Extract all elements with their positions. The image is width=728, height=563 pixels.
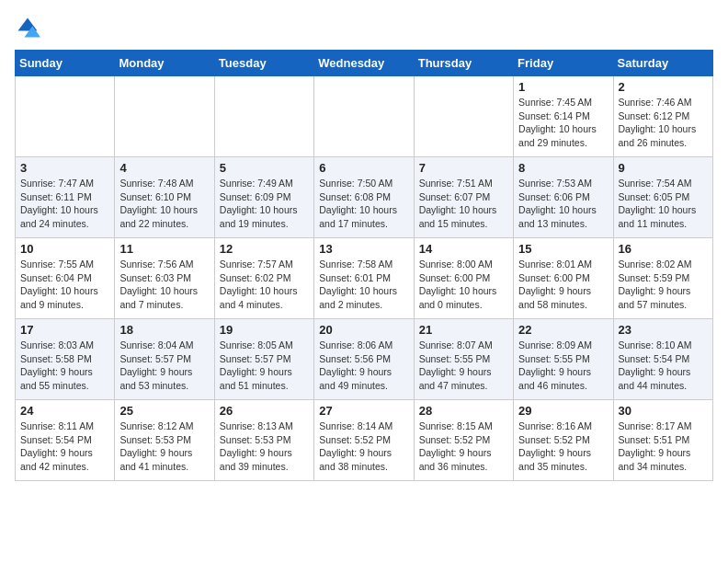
day-info: Sunrise: 8:02 AM Sunset: 5:59 PM Dayligh… — [619, 258, 708, 312]
calendar-cell: 26Sunrise: 8:13 AM Sunset: 5:53 PM Dayli… — [214, 400, 313, 481]
calendar-cell: 13Sunrise: 7:58 AM Sunset: 6:01 PM Dayli… — [314, 238, 414, 319]
header-day-wednesday: Wednesday — [314, 51, 414, 76]
calendar-cell: 5Sunrise: 7:49 AM Sunset: 6:09 PM Daylig… — [214, 157, 313, 238]
calendar-cell: 1Sunrise: 7:45 AM Sunset: 6:14 PM Daylig… — [514, 76, 613, 157]
day-number: 1 — [518, 80, 608, 94]
week-row-3: 10Sunrise: 7:55 AM Sunset: 6:04 PM Dayli… — [16, 238, 713, 319]
day-info: Sunrise: 8:15 AM Sunset: 5:52 PM Dayligh… — [419, 419, 508, 474]
day-info: Sunrise: 8:09 AM Sunset: 5:55 PM Dayligh… — [518, 339, 608, 393]
week-row-2: 3Sunrise: 7:47 AM Sunset: 6:11 PM Daylig… — [16, 157, 713, 238]
day-number: 27 — [319, 404, 408, 418]
day-info: Sunrise: 8:17 AM Sunset: 5:51 PM Dayligh… — [619, 419, 708, 474]
day-info: Sunrise: 7:48 AM Sunset: 6:10 PM Dayligh… — [119, 177, 209, 231]
day-info: Sunrise: 8:00 AM Sunset: 6:00 PM Dayligh… — [419, 258, 508, 312]
header-day-tuesday: Tuesday — [214, 51, 313, 76]
day-number: 22 — [518, 323, 608, 337]
day-info: Sunrise: 8:10 AM Sunset: 5:54 PM Dayligh… — [619, 339, 708, 393]
calendar-cell: 19Sunrise: 8:05 AM Sunset: 5:57 PM Dayli… — [214, 319, 313, 400]
day-info: Sunrise: 8:14 AM Sunset: 5:52 PM Dayligh… — [319, 419, 408, 474]
day-number: 10 — [20, 242, 109, 256]
week-row-1: 1Sunrise: 7:45 AM Sunset: 6:14 PM Daylig… — [16, 76, 713, 157]
week-row-5: 24Sunrise: 8:11 AM Sunset: 5:54 PM Dayli… — [16, 400, 713, 481]
day-info: Sunrise: 8:04 AM Sunset: 5:57 PM Dayligh… — [119, 339, 209, 393]
day-number: 28 — [419, 404, 508, 418]
calendar-cell: 7Sunrise: 7:51 AM Sunset: 6:07 PM Daylig… — [414, 157, 513, 238]
calendar-cell: 29Sunrise: 8:16 AM Sunset: 5:52 PM Dayli… — [514, 400, 613, 481]
calendar-cell: 22Sunrise: 8:09 AM Sunset: 5:55 PM Dayli… — [514, 319, 613, 400]
day-number: 7 — [419, 161, 508, 175]
calendar-cell: 17Sunrise: 8:03 AM Sunset: 5:58 PM Dayli… — [16, 319, 115, 400]
day-number: 3 — [20, 161, 109, 175]
day-number: 15 — [518, 242, 608, 256]
calendar-cell — [115, 76, 214, 157]
day-number: 20 — [319, 323, 408, 337]
day-number: 6 — [319, 161, 408, 175]
day-number: 8 — [518, 161, 608, 175]
day-number: 14 — [419, 242, 508, 256]
day-info: Sunrise: 7:53 AM Sunset: 6:06 PM Dayligh… — [518, 177, 608, 231]
day-number: 30 — [619, 404, 708, 418]
day-info: Sunrise: 7:50 AM Sunset: 6:08 PM Dayligh… — [319, 177, 408, 231]
calendar-cell: 24Sunrise: 8:11 AM Sunset: 5:54 PM Dayli… — [16, 400, 115, 481]
calendar-cell: 12Sunrise: 7:57 AM Sunset: 6:02 PM Dayli… — [214, 238, 313, 319]
calendar-cell: 23Sunrise: 8:10 AM Sunset: 5:54 PM Dayli… — [613, 319, 712, 400]
calendar-cell: 16Sunrise: 8:02 AM Sunset: 5:59 PM Dayli… — [613, 238, 712, 319]
calendar-cell — [16, 76, 115, 157]
day-info: Sunrise: 7:49 AM Sunset: 6:09 PM Dayligh… — [220, 177, 309, 231]
week-row-4: 17Sunrise: 8:03 AM Sunset: 5:58 PM Dayli… — [16, 319, 713, 400]
day-number: 2 — [619, 80, 708, 94]
calendar-cell: 3Sunrise: 7:47 AM Sunset: 6:11 PM Daylig… — [16, 157, 115, 238]
calendar-cell: 11Sunrise: 7:56 AM Sunset: 6:03 PM Dayli… — [115, 238, 214, 319]
header-day-saturday: Saturday — [613, 51, 712, 76]
day-number: 21 — [419, 323, 508, 337]
calendar-cell: 25Sunrise: 8:12 AM Sunset: 5:53 PM Dayli… — [115, 400, 214, 481]
day-number: 17 — [20, 323, 109, 337]
day-info: Sunrise: 7:47 AM Sunset: 6:11 PM Dayligh… — [20, 177, 109, 231]
day-number: 25 — [119, 404, 209, 418]
calendar-cell: 14Sunrise: 8:00 AM Sunset: 6:00 PM Dayli… — [414, 238, 513, 319]
day-number: 18 — [119, 323, 209, 337]
day-info: Sunrise: 7:46 AM Sunset: 6:12 PM Dayligh… — [619, 96, 708, 150]
calendar-cell: 28Sunrise: 8:15 AM Sunset: 5:52 PM Dayli… — [414, 400, 513, 481]
logo-icon — [15, 15, 40, 40]
day-info: Sunrise: 7:57 AM Sunset: 6:02 PM Dayligh… — [220, 258, 309, 312]
day-info: Sunrise: 7:58 AM Sunset: 6:01 PM Dayligh… — [319, 258, 408, 312]
day-number: 24 — [20, 404, 109, 418]
calendar-cell: 6Sunrise: 7:50 AM Sunset: 6:08 PM Daylig… — [314, 157, 414, 238]
day-info: Sunrise: 7:55 AM Sunset: 6:04 PM Dayligh… — [20, 258, 109, 312]
day-info: Sunrise: 7:54 AM Sunset: 6:05 PM Dayligh… — [619, 177, 708, 231]
header-day-sunday: Sunday — [16, 51, 115, 76]
day-info: Sunrise: 8:11 AM Sunset: 5:54 PM Dayligh… — [20, 419, 109, 474]
calendar-cell: 10Sunrise: 7:55 AM Sunset: 6:04 PM Dayli… — [16, 238, 115, 319]
day-number: 13 — [319, 242, 408, 256]
calendar-cell: 4Sunrise: 7:48 AM Sunset: 6:10 PM Daylig… — [115, 157, 214, 238]
header-day-monday: Monday — [115, 51, 214, 76]
day-number: 29 — [518, 404, 608, 418]
day-info: Sunrise: 7:45 AM Sunset: 6:14 PM Dayligh… — [518, 96, 608, 150]
header-row: SundayMondayTuesdayWednesdayThursdayFrid… — [16, 51, 713, 76]
calendar-cell — [214, 76, 313, 157]
day-info: Sunrise: 8:07 AM Sunset: 5:55 PM Dayligh… — [419, 339, 508, 393]
day-info: Sunrise: 8:01 AM Sunset: 6:00 PM Dayligh… — [518, 258, 608, 312]
day-info: Sunrise: 8:13 AM Sunset: 5:53 PM Dayligh… — [220, 419, 309, 474]
calendar-cell: 9Sunrise: 7:54 AM Sunset: 6:05 PM Daylig… — [613, 157, 712, 238]
day-number: 9 — [619, 161, 708, 175]
calendar-cell — [314, 76, 414, 157]
calendar-cell: 15Sunrise: 8:01 AM Sunset: 6:00 PM Dayli… — [514, 238, 613, 319]
day-info: Sunrise: 8:12 AM Sunset: 5:53 PM Dayligh… — [119, 419, 209, 474]
day-info: Sunrise: 7:51 AM Sunset: 6:07 PM Dayligh… — [419, 177, 508, 231]
header-day-thursday: Thursday — [414, 51, 513, 76]
calendar-cell: 2Sunrise: 7:46 AM Sunset: 6:12 PM Daylig… — [613, 76, 712, 157]
day-number: 16 — [619, 242, 708, 256]
calendar-cell: 30Sunrise: 8:17 AM Sunset: 5:51 PM Dayli… — [613, 400, 712, 481]
day-number: 4 — [119, 161, 209, 175]
day-number: 26 — [220, 404, 309, 418]
logo — [15, 15, 44, 40]
day-info: Sunrise: 7:56 AM Sunset: 6:03 PM Dayligh… — [119, 258, 209, 312]
calendar-cell: 21Sunrise: 8:07 AM Sunset: 5:55 PM Dayli… — [414, 319, 513, 400]
day-info: Sunrise: 8:03 AM Sunset: 5:58 PM Dayligh… — [20, 339, 109, 393]
day-number: 19 — [220, 323, 309, 337]
calendar-cell: 20Sunrise: 8:06 AM Sunset: 5:56 PM Dayli… — [314, 319, 414, 400]
header-day-friday: Friday — [514, 51, 613, 76]
calendar-cell: 18Sunrise: 8:04 AM Sunset: 5:57 PM Dayli… — [115, 319, 214, 400]
